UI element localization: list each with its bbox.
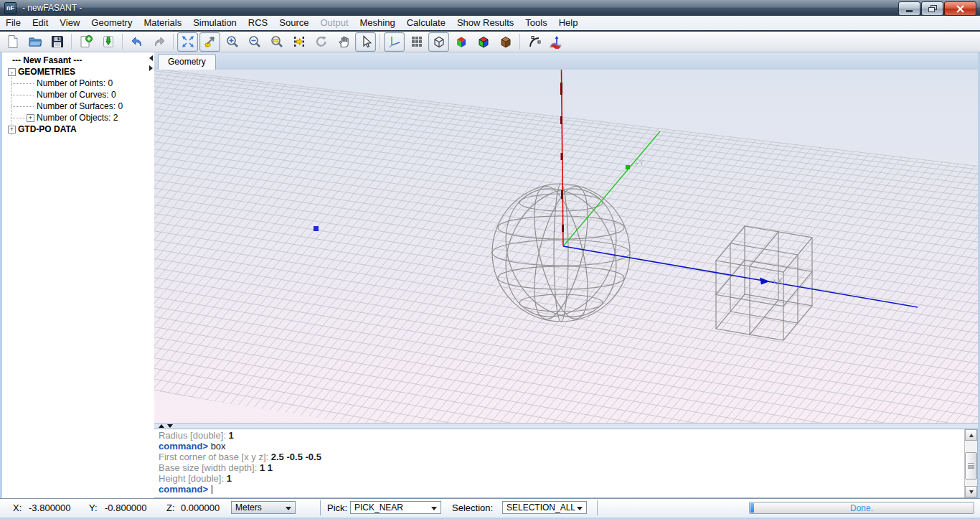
- application-window: nF - newFASANT - File Edit View Geometry…: [0, 0, 980, 519]
- menu-simulation[interactable]: Simulation: [187, 16, 242, 30]
- 3d-viewport[interactable]: +Y +X: [154, 70, 978, 423]
- menu-materials[interactable]: Materials: [138, 16, 187, 30]
- zoom-out-icon: [248, 34, 262, 49]
- tree-item-gtdpo[interactable]: + GTD-PO DATA: [2, 123, 154, 135]
- console-log[interactable]: Radius [double]: 1 command> box First co…: [154, 429, 964, 497]
- pick-mode-dropdown[interactable]: PICK_NEAR: [350, 501, 441, 514]
- zoom-in-button[interactable]: [222, 32, 242, 52]
- tree-item-label[interactable]: GEOMETRIES: [18, 66, 75, 78]
- redo-icon: [152, 34, 166, 49]
- menu-rcs[interactable]: RCS: [242, 16, 273, 30]
- menu-tools[interactable]: Tools: [519, 16, 552, 30]
- menu-source[interactable]: Source: [273, 16, 314, 30]
- selection-label: Selection:: [452, 502, 493, 513]
- scroll-up-icon: [969, 434, 974, 437]
- save-button[interactable]: [47, 32, 67, 52]
- undo-button[interactable]: [126, 32, 147, 52]
- x-axis-label: +X: [772, 276, 783, 286]
- toolbar-separator: [519, 34, 520, 50]
- import-button[interactable]: [98, 32, 118, 52]
- restore-button[interactable]: [921, 1, 943, 16]
- select-button[interactable]: [355, 32, 376, 52]
- toolbar-separator: [173, 34, 174, 50]
- units-dropdown[interactable]: Meters: [231, 501, 296, 514]
- pan-button[interactable]: [333, 32, 354, 52]
- tab-geometry[interactable]: Geometry: [158, 54, 216, 70]
- collapse-icon[interactable]: -: [8, 68, 16, 76]
- tree-item-surfaces[interactable]: Number of Surfaces: 0: [2, 100, 154, 112]
- textured-mode-button[interactable]: [495, 32, 516, 52]
- coord-y-value: -0.800000: [105, 502, 147, 513]
- axes-icon: [387, 34, 402, 49]
- open-file-button[interactable]: [24, 32, 45, 52]
- perspective-view-button[interactable]: [199, 32, 220, 52]
- menu-edit[interactable]: Edit: [27, 16, 54, 30]
- wireframe-cube-icon: [432, 34, 446, 49]
- bend-curve-button[interactable]: [524, 32, 545, 52]
- console-prompt-line[interactable]: command>: [159, 484, 960, 495]
- toolbar: [0, 32, 980, 52]
- perspective-icon: [203, 34, 217, 49]
- tree-item-objects[interactable]: + Number of Objects: 2: [2, 112, 154, 123]
- thumb-grip: [968, 463, 974, 464]
- wireframe-mode-button[interactable]: [428, 32, 449, 52]
- y-axis-label: +Y: [634, 159, 644, 167]
- menu-file[interactable]: File: [0, 16, 27, 30]
- title-bar[interactable]: nF - newFASANT -: [0, 0, 980, 16]
- console-line: Base size [width depth]: 1 1: [159, 462, 960, 473]
- surface-normals-button[interactable]: [546, 32, 567, 52]
- add-geometry-button[interactable]: [75, 32, 96, 52]
- point-marker[interactable]: [314, 226, 319, 231]
- scrollbar-thumb[interactable]: [965, 452, 977, 480]
- redo-button[interactable]: [149, 32, 169, 52]
- coord-x-value: -3.800000: [29, 502, 71, 513]
- menu-help[interactable]: Help: [553, 16, 584, 30]
- expand-icon[interactable]: +: [8, 126, 16, 134]
- show-axes-button[interactable]: [384, 32, 405, 52]
- zoom-window-button[interactable]: [266, 32, 287, 52]
- toolbar-separator: [380, 34, 380, 50]
- zoom-out-button[interactable]: [244, 32, 265, 52]
- new-file-button[interactable]: [2, 32, 23, 52]
- project-tree-panel: --- New Fasant --- - GEOMETRIES Number o…: [2, 52, 155, 498]
- collapse-left-icon: [149, 55, 153, 61]
- console-line: Height [double]: 1: [159, 473, 960, 484]
- solid-mode-button[interactable]: [451, 32, 471, 52]
- solid-rgb-cube-icon: [454, 34, 468, 49]
- menu-meshing[interactable]: Meshing: [354, 16, 401, 30]
- select-cursor-icon: [359, 34, 373, 49]
- viewport-tab-bar: Geometry: [154, 52, 978, 70]
- tree-item-points[interactable]: Number of Points: 0: [2, 78, 154, 89]
- toolbar-separator: [71, 34, 72, 50]
- coord-y-label: Y:: [89, 502, 98, 513]
- tree-item-geometries[interactable]: - GEOMETRIES: [2, 66, 154, 78]
- menu-show-results[interactable]: Show Results: [451, 16, 519, 30]
- menu-bar: File Edit View Geometry Materials Simula…: [0, 16, 980, 31]
- open-folder-icon: [28, 34, 42, 49]
- menu-geometry[interactable]: Geometry: [85, 16, 138, 30]
- tree-item-label[interactable]: GTD-PO DATA: [18, 123, 77, 135]
- fit-view-button[interactable]: [177, 32, 198, 52]
- fit-selection-button[interactable]: [288, 32, 309, 52]
- close-button[interactable]: [944, 1, 976, 16]
- selection-mode-dropdown[interactable]: SELECTION_ALL: [502, 501, 587, 514]
- tree-item-curves[interactable]: Number of Curves: 0: [2, 89, 154, 100]
- command-console[interactable]: Radius [double]: 1 command> box First co…: [154, 429, 978, 498]
- scroll-down-button[interactable]: [965, 486, 977, 497]
- minimize-button[interactable]: [898, 1, 920, 16]
- tree-root-label[interactable]: --- New Fasant ---: [2, 55, 154, 66]
- expand-icon[interactable]: +: [27, 114, 34, 122]
- menu-calculate[interactable]: Calculate: [401, 16, 451, 30]
- pick-label: Pick:: [327, 502, 347, 513]
- sidebar-splitter-handle[interactable]: [149, 55, 154, 71]
- console-scrollbar[interactable]: [964, 429, 977, 497]
- shaded-mode-button[interactable]: [473, 32, 494, 52]
- menu-view[interactable]: View: [54, 16, 85, 30]
- grid-icon: [410, 34, 424, 49]
- rotate-view-icon: [314, 34, 329, 49]
- rotate-view-button[interactable]: [311, 32, 331, 52]
- show-grid-button[interactable]: [406, 32, 427, 52]
- bend-curve-icon: [527, 34, 542, 49]
- scroll-up-button[interactable]: [965, 429, 977, 441]
- fit-view-icon: [181, 34, 195, 49]
